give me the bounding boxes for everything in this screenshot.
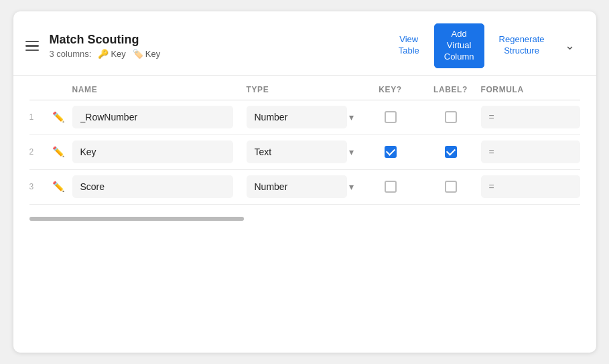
row-number-2: 2 xyxy=(29,141,46,157)
scrollbar-thumb[interactable] xyxy=(29,217,244,221)
name-input-3[interactable] xyxy=(72,175,233,198)
key-checkbox-3[interactable] xyxy=(385,181,397,193)
header: Match Scouting 3 columns: 🔑 Key 🏷️ Key V… xyxy=(13,11,596,76)
type-select-wrap-1: Number Text Date Boolean ▾ xyxy=(247,106,360,128)
table-row: 2 ✏️ Number Text Date Boolean ▾ = xyxy=(29,135,580,170)
label-checkbox-cell-2 xyxy=(421,146,481,158)
key-checkbox-2[interactable] xyxy=(385,146,397,158)
label-checkbox-2[interactable] xyxy=(445,146,457,158)
header-title-block: Match Scouting 3 columns: 🔑 Key 🏷️ Key xyxy=(50,33,389,59)
table-area: NAME TYPE KEY? LABEL? FORMULA 1 ✏️ Numbe… xyxy=(13,76,596,205)
edit-icon-2[interactable]: ✏️ xyxy=(46,146,72,158)
key-checkbox-cell-2 xyxy=(360,146,421,158)
col-header-label: LABEL? xyxy=(421,85,481,94)
select-arrow-3: ▾ xyxy=(349,181,354,192)
key-checkbox-1[interactable] xyxy=(385,111,397,123)
edit-icon-1[interactable]: ✏️ xyxy=(46,111,72,123)
type-select-wrap-3: Number Text Date Boolean ▾ xyxy=(247,175,360,198)
column-headers: NAME TYPE KEY? LABEL? FORMULA xyxy=(29,76,580,100)
label-checkbox-1[interactable] xyxy=(445,111,457,123)
type-select-1[interactable]: Number Text Date Boolean xyxy=(247,106,347,128)
header-actions: ViewTable AddVirtualColumn RegenerateStr… xyxy=(389,23,580,68)
select-arrow-1: ▾ xyxy=(349,112,354,122)
add-virtual-column-button[interactable]: AddVirtualColumn xyxy=(434,23,484,68)
type-select-3[interactable]: Number Text Date Boolean xyxy=(247,175,347,198)
row-number-3: 3 xyxy=(29,175,46,191)
col-header-formula: FORMULA xyxy=(481,85,580,94)
label-checkbox-cell-1 xyxy=(421,111,481,123)
key-badge-label-2: Key xyxy=(145,49,160,59)
menu-icon[interactable] xyxy=(25,41,39,52)
main-card: Match Scouting 3 columns: 🔑 Key 🏷️ Key V… xyxy=(13,11,596,353)
key-badge-label-1: Key xyxy=(111,49,125,59)
scrollbar-track[interactable] xyxy=(29,217,244,221)
name-input-2[interactable] xyxy=(72,141,233,163)
edit-icon-3[interactable]: ✏️ xyxy=(46,181,72,193)
columns-count: 3 columns: xyxy=(50,49,92,59)
view-table-button[interactable]: ViewTable xyxy=(389,29,429,62)
scrollbar-area xyxy=(13,205,596,221)
page-title: Match Scouting xyxy=(50,33,389,47)
name-input-1[interactable] xyxy=(72,106,233,128)
key-badge-1: 🔑 Key xyxy=(98,49,125,59)
type-select-wrap-2: Number Text Date Boolean ▾ xyxy=(247,141,360,163)
key-icon-2: 🏷️ xyxy=(133,49,143,59)
row-number-1: 1 xyxy=(29,106,46,122)
col-header-key: KEY? xyxy=(360,85,421,94)
key-icon-1: 🔑 xyxy=(98,49,109,59)
table-row: 1 ✏️ Number Text Date Boolean ▾ = xyxy=(29,100,580,135)
col-header-type: TYPE xyxy=(247,85,360,94)
header-subtitle: 3 columns: 🔑 Key 🏷️ Key xyxy=(50,49,389,59)
col-header-edit xyxy=(46,85,72,94)
label-checkbox-cell-3 xyxy=(421,181,481,193)
key-checkbox-cell-3 xyxy=(360,181,421,193)
select-arrow-2: ▾ xyxy=(349,147,354,157)
type-select-2[interactable]: Number Text Date Boolean xyxy=(247,141,347,163)
chevron-down-icon[interactable]: ⌄ xyxy=(559,34,580,57)
key-badge-2: 🏷️ Key xyxy=(133,49,160,59)
label-checkbox-3[interactable] xyxy=(445,181,457,193)
col-header-name: NAME xyxy=(72,85,247,94)
col-header-rownum xyxy=(29,85,46,94)
key-checkbox-cell-1 xyxy=(360,111,421,123)
formula-cell-3[interactable]: = xyxy=(481,175,580,198)
formula-cell-1[interactable]: = xyxy=(481,106,580,128)
table-row: 3 ✏️ Number Text Date Boolean ▾ = xyxy=(29,170,580,205)
regenerate-structure-button[interactable]: RegenerateStructure xyxy=(490,29,554,62)
formula-cell-2[interactable]: = xyxy=(481,141,580,163)
